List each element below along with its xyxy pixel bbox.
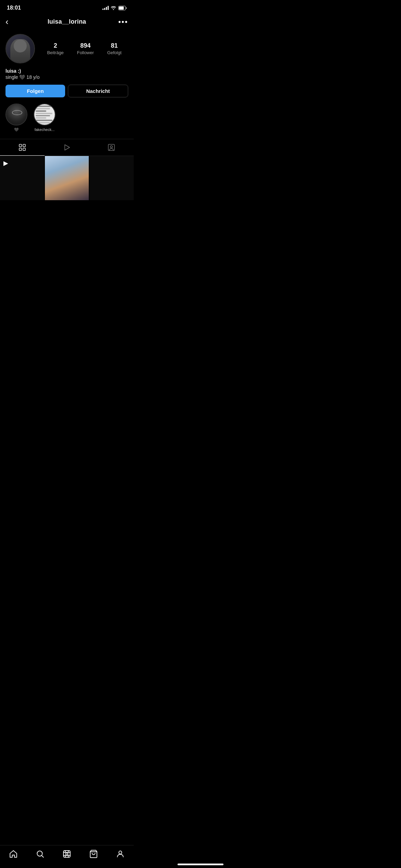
message-button[interactable]: Nachricht [68, 85, 128, 97]
highlight-item-2[interactable]: fakecheck... [34, 104, 56, 132]
svg-rect-4 [19, 148, 22, 150]
top-navigation: ‹ luisa__lorina ••• [0, 14, 134, 31]
highlight-item-1[interactable]: 🖤 [5, 104, 27, 132]
profile-top-row: 2 Beiträge 894 Follower 81 Gefolgt [5, 34, 128, 63]
content-tabs [0, 139, 134, 156]
post-cell-3[interactable] [89, 156, 134, 200]
status-icons [102, 6, 127, 10]
play-icon [63, 143, 71, 152]
bio-description: single 🖤 18 y/o [5, 74, 128, 80]
back-button[interactable]: ‹ [5, 16, 18, 27]
signal-icon [102, 6, 109, 10]
posts-count: 2 [54, 42, 57, 49]
tab-grid[interactable] [0, 139, 45, 156]
post-image-2 [45, 156, 89, 200]
wifi-icon [111, 6, 116, 10]
svg-rect-7 [108, 144, 114, 150]
highlight-circle-1 [5, 104, 27, 125]
video-play-icon: ▶ [3, 159, 8, 167]
highlight-label-1: 🖤 [14, 128, 19, 132]
bio-section: luisa :) single 🖤 18 y/o [5, 68, 128, 80]
status-time: 18:01 [7, 5, 21, 11]
svg-point-8 [110, 146, 112, 148]
profile-avatar[interactable] [5, 34, 35, 63]
highlight-circle-2 [34, 104, 56, 125]
followers-count: 894 [80, 42, 90, 49]
bio-display-name: luisa :) [5, 68, 128, 74]
status-bar: 18:01 [0, 0, 134, 14]
tab-tagged[interactable] [89, 139, 134, 156]
grid-icon [18, 143, 26, 152]
highlight-label-2: fakecheck... [35, 128, 55, 132]
followers-label: Follower [77, 50, 94, 55]
posts-grid: ▶ [0, 156, 134, 200]
following-stat[interactable]: 81 Gefolgt [107, 42, 122, 55]
following-count: 81 [111, 42, 118, 49]
svg-rect-2 [19, 144, 22, 147]
more-options-button[interactable]: ••• [116, 17, 128, 26]
profile-username: luisa__lorina [48, 18, 86, 25]
profile-stats: 2 Beiträge 894 Follower 81 Gefolgt [40, 42, 128, 55]
posts-label: Beiträge [47, 50, 63, 55]
battery-icon [118, 6, 127, 10]
svg-marker-6 [65, 145, 70, 150]
followers-stat[interactable]: 894 Follower [77, 42, 94, 55]
svg-rect-3 [23, 144, 25, 147]
highlights-section: 🖤 fakecheck... [0, 104, 134, 139]
tab-reels[interactable] [45, 139, 89, 156]
posts-stat[interactable]: 2 Beiträge [47, 42, 63, 55]
post-cell-2[interactable] [45, 156, 89, 200]
person-tag-icon [107, 143, 116, 152]
action-buttons: Folgen Nachricht [5, 85, 128, 97]
follow-button[interactable]: Folgen [5, 85, 65, 97]
following-label: Gefolgt [107, 50, 122, 55]
profile-section: 2 Beiträge 894 Follower 81 Gefolgt luisa… [0, 31, 134, 97]
post-cell-1[interactable]: ▶ [0, 156, 44, 200]
svg-rect-1 [119, 7, 124, 10]
svg-rect-5 [23, 148, 25, 150]
